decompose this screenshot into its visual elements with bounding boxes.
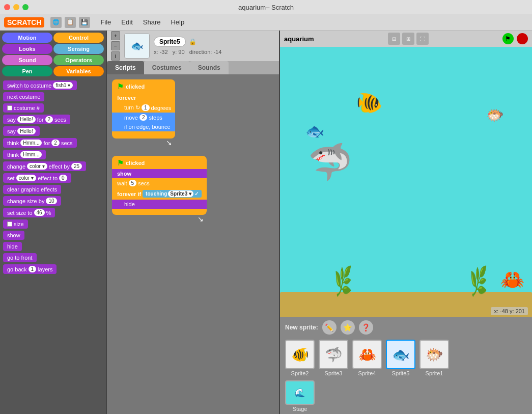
view-normal-btn[interactable]: ⊞ bbox=[402, 33, 414, 45]
tabs: Scripts Costumes Sounds bbox=[107, 61, 279, 74]
sprite-info-btn[interactable]: i bbox=[111, 51, 120, 61]
block-hide[interactable]: hide bbox=[3, 242, 22, 251]
category-motion[interactable]: Motion bbox=[2, 33, 52, 43]
upload-sprite-button[interactable]: ❓ bbox=[359, 320, 373, 335]
close-button[interactable] bbox=[4, 4, 10, 10]
block-say[interactable]: say Hello! bbox=[3, 126, 40, 136]
sprite-expand-btn[interactable]: + bbox=[111, 31, 120, 40]
touching-block[interactable]: touching Sprite3 ▾ ✓ bbox=[143, 190, 202, 198]
view-small-btn[interactable]: ⊟ bbox=[388, 33, 400, 45]
forever-if-block[interactable]: forever if touching Sprite3 ▾ ✓ bbox=[112, 188, 207, 200]
sprite-item-sprite1[interactable]: 🐡 Sprite1 bbox=[419, 340, 449, 376]
tab-sounds[interactable]: Sounds bbox=[190, 61, 229, 74]
scripts-panel: + − i 🐟 Sprite5 🔒 x: -32 y: 90 direction… bbox=[107, 31, 280, 414]
scripts-area[interactable]: ⚑ clicked forever turn ↻ 1 degrees move … bbox=[107, 74, 279, 414]
block-show[interactable]: show bbox=[3, 231, 24, 240]
wait-block[interactable]: wait 5 secs bbox=[112, 178, 207, 188]
sprite-shrink-btn[interactable]: − bbox=[111, 41, 120, 50]
sprite-name-row: Sprite5 🔒 bbox=[154, 37, 275, 47]
minimize-button[interactable] bbox=[13, 4, 19, 10]
turn-value[interactable]: 1 bbox=[142, 104, 150, 111]
view-controls: ⊟ ⊞ ⛶ bbox=[388, 33, 429, 45]
block-next-costume[interactable]: next costume bbox=[3, 92, 44, 101]
move-block[interactable]: move 2 steps bbox=[112, 113, 175, 122]
checkbox-size[interactable] bbox=[7, 222, 12, 227]
sprite-item-sprite5[interactable]: 🐟 Sprite5 bbox=[386, 340, 415, 376]
menu-icons: 🌐 📋 💾 bbox=[50, 17, 90, 28]
block-change-effect[interactable]: change color ▾ effect by 25 bbox=[3, 161, 86, 171]
stage-title: aquarium bbox=[284, 35, 314, 43]
category-operators[interactable]: Operators bbox=[53, 55, 104, 65]
script-group-1: ⚑ clicked forever turn ↻ 1 degrees move … bbox=[112, 79, 175, 147]
forever-block-1[interactable]: forever bbox=[112, 93, 175, 103]
category-sound[interactable]: Sound bbox=[2, 55, 52, 65]
category-pen[interactable]: Pen bbox=[2, 66, 52, 76]
sprite-details: Sprite5 🔒 x: -32 y: 90 direction: -14 bbox=[154, 37, 275, 55]
hat-block-1[interactable]: ⚑ clicked bbox=[112, 79, 175, 93]
sprite-item-sprite3[interactable]: 🦈 Sprite3 bbox=[319, 340, 348, 376]
stage-label: Stage bbox=[293, 406, 307, 412]
menu-file[interactable]: File bbox=[96, 17, 115, 27]
sprite2-label: Sprite2 bbox=[291, 370, 309, 376]
stage-item[interactable]: 🌊 Stage bbox=[285, 380, 315, 412]
paint-sprite-button[interactable]: ✏️ bbox=[322, 320, 337, 335]
hide-block[interactable]: hide bbox=[112, 200, 207, 209]
menu-share[interactable]: Share bbox=[139, 17, 165, 27]
touching-value[interactable]: Sprite3 ▾ bbox=[168, 190, 193, 197]
block-clear-effects[interactable]: clear graphic effects bbox=[3, 185, 61, 194]
category-sensing[interactable]: Sensing bbox=[53, 44, 104, 54]
scratch-logo: SCRATCH bbox=[4, 17, 44, 27]
category-variables[interactable]: Variables bbox=[53, 66, 104, 76]
category-grid: Motion Control Looks Sensing Sound Opera… bbox=[0, 31, 106, 78]
bounce-block[interactable]: if on edge, bounce bbox=[112, 122, 175, 131]
seaweed-right: 🌿 bbox=[470, 265, 488, 298]
block-change-size[interactable]: change size by 10 bbox=[3, 196, 61, 206]
green-flag-button[interactable]: ⚑ bbox=[502, 33, 514, 44]
checkbox-costume[interactable] bbox=[7, 105, 12, 111]
menu-edit[interactable]: Edit bbox=[117, 17, 136, 27]
title-bar: aquarium– Scratch bbox=[0, 0, 532, 14]
sprites-row: 🐠 Sprite2 🦈 Sprite3 🦀 Sprite4 🐟 Sprite5 … bbox=[280, 338, 532, 378]
block-go-back[interactable]: go back 1 layers bbox=[3, 264, 57, 274]
sprite1-label: Sprite1 bbox=[426, 370, 443, 376]
menu-help[interactable]: Help bbox=[166, 17, 188, 27]
script-group-2: ⚑ clicked show wait 5 secs forever if to… bbox=[112, 156, 207, 223]
forever-cap-1 bbox=[112, 131, 175, 139]
sprite-item-sprite4[interactable]: 🦀 Sprite4 bbox=[352, 340, 382, 376]
sprite-name-badge: Sprite5 bbox=[154, 37, 186, 47]
block-go-front[interactable]: go to front bbox=[3, 253, 37, 262]
stage-coords: x: -48 y: 201 bbox=[491, 307, 528, 315]
sprite-shark: 🦈 bbox=[308, 141, 352, 183]
block-set-effect[interactable]: set color ▾ effect to 0 bbox=[3, 173, 71, 183]
block-say-for[interactable]: say Hello! for 2 secs bbox=[3, 115, 70, 124]
move-value[interactable]: 2 bbox=[139, 114, 148, 121]
right-panel: aquarium ⊟ ⊞ ⛶ ⚑ 🌿 🌿 🐠 🐟 🐡 🦈 🦀 x bbox=[280, 31, 532, 414]
tab-costumes[interactable]: Costumes bbox=[144, 61, 190, 74]
sprite-selector: New sprite: ✏️ ⭐ ❓ 🐠 Sprite2 🦈 Sprite3 🦀… bbox=[280, 317, 532, 414]
block-costume-num[interactable]: costume # bbox=[3, 103, 44, 113]
block-think[interactable]: think Hmm... bbox=[3, 150, 46, 159]
maximize-button[interactable] bbox=[22, 4, 29, 10]
sprite-fish-red: 🐟 bbox=[305, 122, 324, 140]
sprite-item-sprite2[interactable]: 🐠 Sprite2 bbox=[285, 340, 315, 376]
duplicate-icon[interactable]: 📋 bbox=[65, 17, 76, 28]
show-block[interactable]: show bbox=[112, 169, 207, 178]
block-think-for[interactable]: think Hmm... for 2 secs bbox=[3, 138, 77, 148]
view-fullscreen-btn[interactable]: ⛶ bbox=[416, 33, 429, 45]
wait-value[interactable]: 5 bbox=[129, 180, 137, 186]
block-switch-costume[interactable]: switch to costume fish1 ▾ bbox=[3, 80, 77, 90]
lock-icon: 🔒 bbox=[189, 38, 197, 45]
hat-block-2[interactable]: ⚑ clicked bbox=[112, 156, 207, 169]
turn-block[interactable]: turn ↻ 1 degrees bbox=[112, 103, 175, 113]
sprite1-thumb: 🐡 bbox=[419, 340, 449, 369]
block-set-size[interactable]: set size to 46 % bbox=[3, 208, 55, 217]
block-size[interactable]: size bbox=[3, 219, 28, 229]
category-looks[interactable]: Looks bbox=[2, 44, 52, 54]
globe-icon[interactable]: 🌐 bbox=[50, 17, 62, 28]
scroll-indicator: ↘ bbox=[112, 139, 175, 147]
category-control[interactable]: Control bbox=[53, 33, 104, 43]
save-icon[interactable]: 💾 bbox=[79, 17, 90, 28]
tab-scripts[interactable]: Scripts bbox=[107, 61, 144, 74]
stop-button[interactable] bbox=[517, 33, 528, 44]
surprise-sprite-button[interactable]: ⭐ bbox=[341, 320, 355, 335]
